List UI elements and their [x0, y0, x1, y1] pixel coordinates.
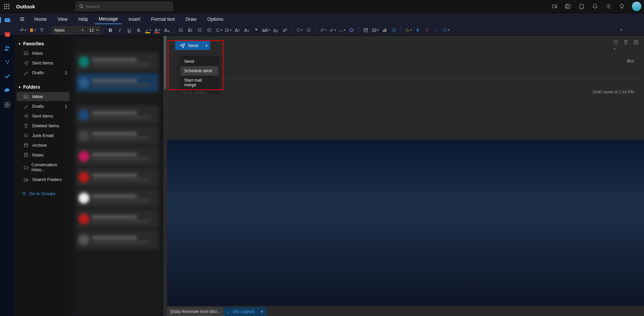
search-input[interactable] [86, 4, 169, 9]
styles-button[interactable]: ▾ [295, 26, 304, 34]
cc-input[interactable] [217, 71, 634, 76]
tab-view[interactable]: View [53, 14, 71, 24]
emoji-button[interactable] [390, 26, 398, 34]
to-input[interactable] [217, 58, 627, 63]
decrease-font-button[interactable]: A↓ [243, 26, 251, 34]
font-name-select[interactable]: Aptos▾ [52, 27, 86, 34]
attach-button[interactable]: ▾ [319, 26, 328, 34]
format-painter-button[interactable] [38, 26, 46, 34]
quote-button[interactable]: ❝ [252, 26, 261, 34]
table-button[interactable] [361, 26, 370, 34]
folder-notes[interactable]: Notes [17, 150, 70, 160]
popout-button[interactable] [633, 40, 639, 51]
increase-font-button[interactable]: A↑ [233, 26, 242, 34]
folder-drafts[interactable]: Drafts 1 [17, 102, 70, 111]
poll-button[interactable] [380, 26, 389, 34]
bottom-tab-inactive[interactable]: [Daily Reminder from Micr... [167, 307, 224, 316]
dropdown-item-schedule-send[interactable]: Schedule send [181, 66, 218, 76]
scrollbar-thumb[interactable] [164, 36, 166, 89]
superscript-button[interactable]: x² [281, 26, 289, 34]
paste-button[interactable]: ▾ [28, 26, 37, 34]
favorites-header[interactable]: ▾ Favorites [15, 39, 72, 48]
folder-conversation-history[interactable]: Conversation Histo... [17, 160, 70, 174]
bold-button[interactable]: B [106, 26, 115, 34]
sensitivity-icon[interactable]: ▾ [613, 40, 618, 51]
bottom-tab-active[interactable]: (No subject) ✕ [224, 307, 267, 316]
search-box[interactable] [76, 2, 173, 11]
bcc-toggle[interactable]: Bcc [627, 59, 634, 63]
send-button[interactable]: Send [175, 41, 203, 50]
confidential-button[interactable]: ▾ [442, 26, 450, 34]
highlight-button[interactable]: ▾ [144, 26, 152, 34]
rail-calendar-icon[interactable] [1, 28, 13, 40]
tab-format-text[interactable]: Format text [147, 14, 179, 24]
tab-draw[interactable]: Draw [182, 14, 201, 24]
folder-junk[interactable]: Junk Email [17, 131, 70, 140]
dictate-button[interactable] [413, 26, 422, 34]
subject-input[interactable] [181, 89, 593, 94]
underline-button[interactable]: U [125, 26, 134, 34]
settings-icon[interactable] [605, 3, 612, 10]
delete-draft-button[interactable] [623, 40, 629, 51]
dropdown-item-mail-merge[interactable]: Start mail merge [180, 76, 219, 90]
rail-more-apps-icon[interactable] [1, 99, 13, 111]
sensitivity-button[interactable]: ▾ [404, 26, 413, 34]
folders-header[interactable]: ▾ Folders [15, 82, 72, 92]
tab-insert[interactable]: Insert [125, 14, 144, 24]
favorite-sent[interactable]: Sent Items [17, 58, 70, 67]
signature-button[interactable]: ▾ [338, 26, 346, 34]
app-launcher-icon[interactable] [3, 2, 11, 10]
tips-icon[interactable] [618, 3, 625, 10]
svg-point-9 [80, 5, 82, 7]
favorite-drafts[interactable]: Drafts 1 [17, 68, 70, 77]
importance-button[interactable]: ! [423, 26, 432, 34]
meet-now-icon[interactable] [551, 3, 558, 10]
close-icon[interactable]: ✕ [260, 309, 263, 314]
change-case-button[interactable]: aA▾ [261, 26, 270, 34]
undo-button[interactable]: ↶▾ [19, 26, 28, 34]
ribbon-expand-button[interactable]: ▾ [616, 26, 625, 34]
font-color-button[interactable]: A▾ [153, 26, 162, 34]
link-button[interactable]: ▾ [328, 26, 337, 34]
rail-people-icon[interactable] [1, 42, 13, 54]
user-avatar[interactable] [632, 2, 641, 11]
folder-deleted[interactable]: Deleted Items [17, 121, 70, 130]
line-spacing-button[interactable]: ▾ [224, 26, 233, 34]
favorite-inbox[interactable]: Inbox [17, 49, 70, 58]
go-to-groups-link[interactable]: Go to Groups [15, 188, 72, 199]
italic-button[interactable]: I [115, 26, 124, 34]
rail-mail-icon[interactable] [1, 14, 13, 26]
subscript-button[interactable]: x₂ [271, 26, 280, 34]
send-dropdown-button[interactable]: ▾ [203, 42, 210, 49]
tab-help[interactable]: Help [74, 14, 92, 24]
editor-button[interactable] [304, 26, 313, 34]
note-icon[interactable] [578, 3, 585, 10]
increase-indent-button[interactable] [205, 26, 214, 34]
rail-todo-icon[interactable] [1, 71, 13, 83]
folder-search-folders[interactable]: Search Folders [17, 175, 70, 184]
tab-message[interactable]: Message [95, 14, 122, 24]
align-button[interactable]: ▾ [214, 26, 223, 34]
picture-button[interactable]: ▾ [371, 26, 380, 34]
tab-home[interactable]: Home [30, 14, 51, 24]
decrease-indent-button[interactable] [196, 26, 204, 34]
teams-icon[interactable] [565, 3, 572, 10]
loop-button[interactable] [347, 26, 356, 34]
tab-options[interactable]: Options [203, 14, 228, 24]
rail-groups-icon[interactable] [1, 56, 13, 69]
dropdown-item-send[interactable]: Send [180, 57, 219, 66]
notifications-icon[interactable] [592, 3, 598, 10]
font-size-select[interactable]: 12▾ [87, 27, 100, 34]
low-importance-button[interactable]: ↓ [432, 26, 441, 34]
strikethrough-button[interactable]: S [134, 26, 143, 34]
folder-inbox[interactable]: Inbox [17, 92, 70, 101]
rail-onedrive-icon[interactable] [1, 85, 13, 97]
clear-formatting-button[interactable]: Aᵩ [162, 26, 171, 34]
folder-sent[interactable]: Sent Items [17, 111, 70, 121]
bullets-button[interactable] [177, 26, 186, 34]
compose-body[interactable] [167, 140, 644, 306]
scrollbar-track[interactable] [163, 36, 167, 316]
folder-archive[interactable]: Archive [17, 141, 70, 150]
numbering-button[interactable]: 123 [186, 26, 195, 34]
hamburger-icon[interactable] [17, 14, 28, 25]
